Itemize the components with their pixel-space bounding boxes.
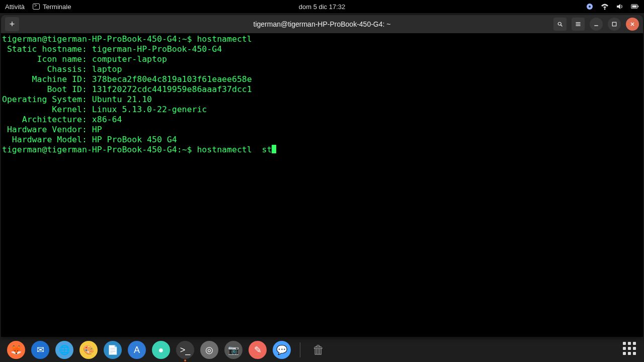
svg-rect-12 [612,22,616,26]
dock-chat-icon[interactable]: 💬 [273,341,291,359]
maximize-button[interactable] [608,18,621,31]
clock[interactable]: dom 5 dic 17:32 [299,3,346,11]
close-button[interactable] [626,18,639,31]
hamburger-menu-button[interactable] [572,18,585,31]
applications-grid-button[interactable] [623,342,638,357]
dock-software-store-icon[interactable]: A [128,341,146,359]
prompt-line: tigerman@tigerman-HP-ProBook-450-G4:~$ h… [2,34,642,44]
active-app-indicator[interactable]: Terminale [33,3,71,11]
dock-disks-icon[interactable]: ◎ [200,341,218,359]
search-button[interactable] [553,18,567,31]
svg-rect-4 [638,6,639,7]
dock-terminal-icon[interactable]: >_ [176,341,194,359]
battery-icon[interactable] [631,3,639,11]
dock-separator [300,342,300,357]
wifi-icon[interactable] [601,3,609,11]
output-line: Machine ID: 378beca2f80e4c819a103f61eaee… [2,74,642,84]
tray-app-icon[interactable] [586,3,594,11]
dock-camera-icon[interactable]: 📷 [224,341,243,359]
output-line: Hardware Model: HP ProBook 450 G4 [2,135,642,145]
new-tab-button[interactable]: + [5,17,19,31]
svg-rect-11 [594,25,598,26]
svg-rect-10 [576,25,581,26]
output-line: Static hostname: tigerman-HP-ProBook-450… [2,44,642,54]
output-line: Hardware Vendor: HP [2,125,642,135]
output-line: Chassis: laptop [2,64,642,74]
svg-rect-8 [576,22,581,23]
terminal-icon [33,4,40,10]
dock: 🦊✉🌐🎨📄A●>_◎📷✎💬🗑 [0,338,644,362]
svg-point-2 [604,9,606,10]
svg-point-6 [558,22,561,25]
window-title: tigerman@tigerman-HP-ProBook-450-G4: ~ [254,20,391,28]
dock-libreoffice-icon[interactable]: 📄 [104,341,122,359]
svg-rect-9 [576,24,581,24]
dock-firefox-icon[interactable]: 🦊 [7,341,25,359]
output-line: Boot ID: 131f20272cdc4419959e86aaaf37dcc… [2,84,642,95]
dock-notes-icon[interactable]: ✎ [249,341,267,359]
output-line: Kernel: Linux 5.13.0-22-generic [2,105,642,115]
prompt-line: tigerman@tigerman-HP-ProBook-450-G4:~$ h… [2,145,642,155]
terminal-window: + tigerman@tigerman-HP-ProBook-450-G4: ~… [1,15,643,337]
cursor [272,145,276,153]
svg-rect-5 [632,6,636,8]
svg-point-1 [589,6,591,8]
output-line: Architecture: x86-64 [2,115,642,125]
dock-web-browser-icon[interactable]: 🌐 [55,341,73,359]
dock-signal-icon[interactable]: ● [152,341,170,359]
dock-thunderbird-icon[interactable]: ✉ [31,341,49,359]
window-titlebar: + tigerman@tigerman-HP-ProBook-450-G4: ~ [1,15,643,33]
dock-color-picker-icon[interactable]: 🎨 [79,341,98,359]
svg-line-7 [561,25,562,27]
terminal-output-area[interactable]: tigerman@tigerman-HP-ProBook-450-G4:~$ h… [1,33,643,337]
minimize-button[interactable] [590,18,603,31]
volume-icon[interactable] [616,3,624,11]
dock-trash-icon[interactable]: 🗑 [309,341,328,359]
active-app-name: Terminale [43,3,71,11]
activities-button[interactable]: Attività [5,3,25,11]
output-line: Operating System: Ubuntu 21.10 [2,95,642,105]
gnome-topbar: Attività Terminale dom 5 dic 17:32 [0,0,644,13]
output-line: Icon name: computer-laptop [2,54,642,64]
